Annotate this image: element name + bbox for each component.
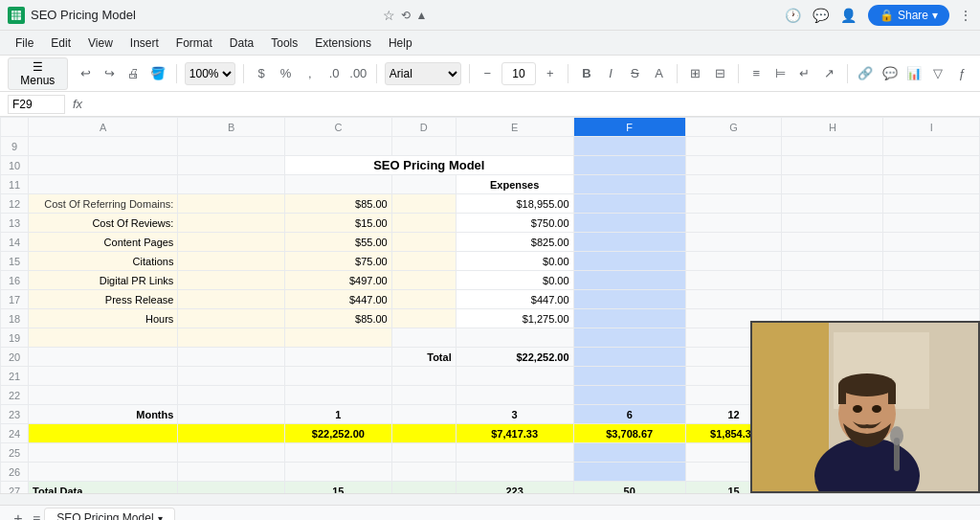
exp-referring-domains[interactable]: $18,955.00 — [456, 194, 573, 214]
expenses-label[interactable]: Expenses — [456, 175, 573, 194]
link-btn[interactable]: 🔗 — [856, 62, 876, 85]
menu-data[interactable]: Data — [222, 34, 261, 52]
price-6month[interactable]: $3,708.67 — [573, 424, 685, 443]
col-header-row: A B C D E F G H I — [1, 118, 980, 137]
paint-btn[interactable]: 🪣 — [148, 62, 168, 85]
total-ref-domains[interactable]: 223 — [456, 482, 573, 494]
tab-dropdown-icon[interactable]: ▾ — [158, 513, 163, 521]
italic-btn[interactable]: I — [601, 62, 621, 85]
star-icon[interactable]: ☆ — [383, 8, 395, 23]
history-icon[interactable]: ⟲ — [401, 9, 411, 22]
menu-help[interactable]: Help — [381, 34, 420, 52]
menu-format[interactable]: Format — [168, 34, 220, 52]
total-label[interactable]: Total — [391, 348, 456, 367]
add-sheet-button[interactable]: + — [8, 509, 29, 521]
cost-content-pages[interactable]: $55.00 — [285, 233, 392, 252]
strikethrough-btn[interactable]: S — [625, 62, 645, 85]
month-1[interactable]: 1 — [285, 405, 392, 424]
sep4 — [469, 64, 470, 83]
spreadsheet-title[interactable]: SEO Pricing Model — [285, 156, 574, 175]
price-1month[interactable]: $22,252.00 — [285, 424, 392, 443]
wrap-btn[interactable]: ↵ — [794, 62, 814, 85]
comment-btn[interactable]: 💬 — [880, 62, 900, 85]
month-6[interactable]: 6 — [573, 405, 685, 424]
label-reviews[interactable]: Cost Of Reviews: — [29, 214, 178, 233]
redo-btn[interactable]: ↪ — [100, 62, 120, 85]
rotate-btn[interactable]: ↗ — [819, 62, 839, 85]
chart-btn[interactable]: 📊 — [903, 62, 924, 85]
cost-reviews[interactable]: $15.00 — [285, 214, 392, 233]
zoom-select[interactable]: 100% — [185, 62, 235, 85]
label-press-release[interactable]: Press Release — [29, 290, 178, 309]
comments-icon[interactable]: 💬 — [813, 8, 829, 23]
profile-icon[interactable]: 👤 — [840, 8, 857, 23]
total-content-creation[interactable]: 15 — [285, 482, 392, 494]
horizontal-scrollbar[interactable] — [0, 493, 980, 505]
percent-btn[interactable]: % — [276, 62, 296, 85]
menu-file[interactable]: File — [8, 34, 41, 52]
cost-digital-pr[interactable]: $497.00 — [285, 271, 392, 290]
sep6 — [677, 64, 678, 83]
svg-rect-0 — [11, 11, 21, 20]
month-3[interactable]: 3 — [456, 405, 573, 424]
cost-referring-domains[interactable]: $85.00 — [285, 194, 392, 214]
drive-icon[interactable]: ▲ — [416, 9, 428, 22]
exp-reviews[interactable]: $750.00 — [456, 214, 573, 233]
font-size-decrease[interactable]: − — [478, 62, 498, 85]
formula-input[interactable] — [90, 98, 972, 111]
label-content-pages[interactable]: Content Pages — [29, 233, 178, 252]
more-icon[interactable]: ⋮ — [959, 8, 972, 23]
print-btn[interactable]: 🖨 — [123, 62, 144, 85]
menu-view[interactable]: View — [80, 34, 121, 52]
hamburger-icon[interactable]: ≡ — [33, 511, 40, 521]
sep3 — [376, 64, 377, 83]
exp-content-pages[interactable]: $825.00 — [456, 233, 573, 252]
history-btn[interactable]: 🕐 — [785, 8, 801, 23]
cell-reference[interactable]: F29 — [8, 95, 65, 114]
total-reviews[interactable]: 50 — [573, 482, 685, 494]
borders-btn[interactable]: ⊞ — [685, 62, 705, 85]
dec-decrease-btn[interactable]: .0 — [323, 62, 344, 85]
menu-extensions[interactable]: Extensions — [307, 34, 379, 52]
total-value[interactable]: $22,252.00 — [456, 348, 573, 367]
highlight-btn[interactable]: A — [649, 62, 669, 85]
svg-point-15 — [853, 405, 862, 413]
font-size-increase[interactable]: + — [540, 62, 560, 85]
valign-btn[interactable]: ⊨ — [770, 62, 791, 85]
cost-press-release[interactable]: $447.00 — [285, 290, 392, 309]
font-size-input[interactable] — [501, 62, 536, 85]
menu-edit[interactable]: Edit — [43, 34, 78, 52]
share-button[interactable]: 🔒 Share ▾ — [868, 5, 949, 26]
exp-press-release[interactable]: $447.00 — [456, 290, 573, 309]
currency-btn[interactable]: $ — [252, 62, 272, 85]
undo-btn[interactable]: ↩ — [76, 62, 96, 85]
halign-btn[interactable]: ≡ — [746, 62, 767, 85]
merge-btn[interactable]: ⊟ — [710, 62, 730, 85]
price-3month[interactable]: $7,417.33 — [456, 424, 573, 443]
fx-label: fx — [73, 97, 82, 111]
label-citations[interactable]: Citations — [29, 252, 178, 271]
table-row: 9 — [1, 137, 980, 156]
cost-citations[interactable]: $75.00 — [285, 252, 392, 271]
sheet-tab-seo-pricing[interactable]: SEO Pricing Model ▾ — [44, 508, 174, 521]
bold-btn[interactable]: B — [576, 62, 596, 85]
dec-increase-btn[interactable]: .00 — [348, 62, 368, 85]
menu-insert[interactable]: Insert — [122, 34, 167, 52]
exp-hours[interactable]: $1,275.00 — [456, 309, 573, 328]
label-digital-pr[interactable]: Digital PR Links — [29, 271, 178, 290]
exp-digital-pr[interactable]: $0.00 — [456, 271, 573, 290]
filter-btn[interactable]: ▽ — [928, 62, 948, 85]
cost-hours[interactable]: $85.00 — [285, 309, 392, 328]
font-select[interactable]: Arial — [385, 62, 461, 85]
function-btn[interactable]: ƒ — [952, 62, 972, 85]
comma-btn[interactable]: , — [300, 62, 320, 85]
label-hours[interactable]: Hours — [29, 309, 178, 328]
label-referring-domains[interactable]: Cost Of Referring Domains: — [29, 194, 178, 214]
menu-tools[interactable]: Tools — [263, 34, 305, 52]
video-person — [752, 323, 978, 491]
col-header-a: A — [29, 118, 178, 137]
total-data-label[interactable]: Total Data — [29, 482, 178, 494]
exp-citations[interactable]: $0.00 — [456, 252, 573, 271]
menus-button[interactable]: ☰ Menus — [8, 57, 68, 90]
months-label[interactable]: Months — [29, 405, 178, 424]
